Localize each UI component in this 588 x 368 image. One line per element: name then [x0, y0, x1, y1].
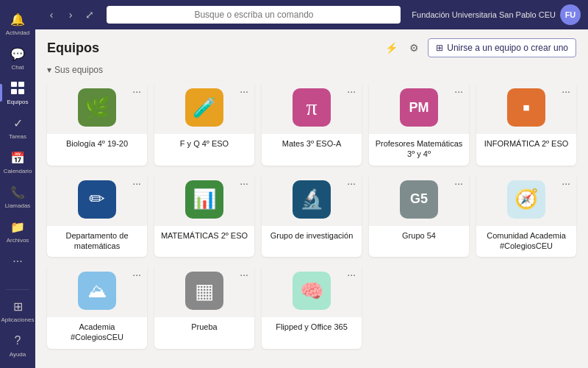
sidebar-item-tareas[interactable]: ✓ Tareas: [0, 110, 35, 144]
teams-grid: ··· 🌿 Biología 4º 19-20 ··· 🧪 F y Q 4º E…: [47, 81, 576, 349]
sidebar-divider: [6, 289, 29, 290]
team-menu-button-12[interactable]: ···: [240, 269, 248, 280]
team-card-10[interactable]: ··· 🧭 Comunidad Academia #ColegiosCEU: [476, 173, 576, 258]
team-card-8[interactable]: ··· 🔬 Grupo de investigación: [262, 173, 362, 258]
sidebar-item-ayuda[interactable]: ? Ayuda: [0, 328, 35, 362]
team-menu-button-6[interactable]: ···: [132, 177, 141, 189]
team-menu-button-1[interactable]: ···: [132, 85, 141, 97]
sidebar-item-equipos[interactable]: Equipos: [0, 75, 35, 110]
team-menu-button-4[interactable]: ···: [454, 85, 463, 97]
team-menu-button-8[interactable]: ···: [347, 177, 356, 189]
main-area: ‹ › ⤢ Fundación Universitaria San Pablo …: [35, 0, 588, 368]
team-name-7: MATEMÁTICAS 2º ESO: [154, 226, 254, 247]
team-icon-4: PM: [400, 88, 438, 127]
team-card-12[interactable]: ··· ▦ Prueba: [154, 264, 254, 349]
sidebar-label-apps: Aplicaciones: [1, 316, 35, 323]
team-icon-13: 🧠: [293, 272, 331, 310]
team-menu-button-9[interactable]: ···: [454, 177, 463, 189]
team-menu-button-11[interactable]: ···: [132, 269, 141, 280]
refresh-button[interactable]: ⤢: [81, 6, 98, 24]
forward-button[interactable]: ›: [62, 6, 79, 24]
section-arrow: ▾: [47, 65, 51, 75]
team-card-6[interactable]: ··· ✏ Departamento de matemáticas: [47, 173, 147, 258]
team-name-3: Mates 3º ESO-A: [262, 134, 362, 155]
back-button[interactable]: ‹: [43, 6, 60, 24]
team-card-9[interactable]: ··· G5 Grupo 54: [369, 173, 469, 258]
team-icon-2: 🧪: [185, 88, 223, 127]
team-card-11[interactable]: ··· ⛰ Academia #ColegiosCEU: [47, 264, 147, 349]
team-card-1[interactable]: ··· 🌿 Biología 4º 19-20: [47, 81, 147, 166]
sidebar-item-actividad[interactable]: 🔔 Actividad: [0, 6, 35, 40]
team-name-13: Flipped y Office 365: [262, 317, 362, 338]
sidebar-label-llamadas: Llamadas: [5, 202, 31, 209]
team-menu-button-5[interactable]: ···: [562, 85, 570, 97]
team-card-3[interactable]: ··· π Mates 3º ESO-A: [262, 81, 362, 166]
sidebar-label-actividad: Actividad: [6, 29, 29, 36]
team-name-12: Prueba: [154, 317, 254, 338]
tasks-icon: ✓: [9, 114, 26, 132]
sidebar-label-chat: Chat: [12, 64, 24, 71]
team-name-1: Biología 4º 19-20: [47, 134, 147, 155]
team-menu-button-7[interactable]: ···: [240, 177, 248, 189]
header-actions: ⚡ ⚙ ⊞ Unirse a un equipo o crear uno: [382, 38, 576, 57]
sidebar-label-ayuda: Ayuda: [10, 351, 26, 358]
team-icon-8: 🔬: [293, 180, 331, 219]
team-name-10: Comunidad Academia #ColegiosCEU: [476, 226, 576, 258]
team-name-6: Departamento de matemáticas: [47, 226, 147, 258]
more-icon: ···: [9, 252, 26, 270]
user-avatar[interactable]: FU: [560, 4, 581, 25]
team-menu-button-10[interactable]: ···: [562, 177, 570, 189]
sidebar-item-aplicaciones[interactable]: ⊞ Aplicaciones: [0, 293, 35, 328]
content-header: Equipos ⚡ ⚙ ⊞ Unirse a un equipo o crear…: [47, 38, 576, 57]
bell-icon: 🔔: [9, 10, 26, 28]
sidebar-label-archivos: Archivos: [7, 237, 29, 244]
team-name-8: Grupo de investigación: [262, 226, 362, 247]
team-card-4[interactable]: ··· PM Profesores Matemáticas 3º y 4º: [369, 81, 469, 166]
sidebar-item-archivos[interactable]: 📁 Archivos: [0, 213, 35, 248]
help-icon: ?: [9, 332, 26, 350]
team-icon-6: ✏: [78, 180, 116, 219]
team-icon-3: π: [293, 88, 331, 127]
team-card-7[interactable]: ··· 📊 MATEMÁTICAS 2º ESO: [154, 173, 254, 258]
team-name-11: Academia #ColegiosCEU: [47, 317, 147, 349]
sidebar-item-chat[interactable]: 💬 Chat: [0, 40, 35, 75]
nav-buttons: ‹ › ⤢: [43, 6, 98, 24]
team-name-5: INFORMÁTICA 2º ESO: [476, 134, 576, 155]
sidebar-label-calendario: Calendario: [4, 168, 32, 174]
join-team-button[interactable]: ⊞ Unirse a un equipo o crear uno: [428, 38, 576, 57]
settings-button[interactable]: ⚙: [406, 39, 422, 57]
sidebar: 🔔 Actividad 💬 Chat Equipos ✓ Tareas 📅 Ca…: [0, 0, 35, 368]
user-info: Fundación Universitaria San Pablo CEU FU: [412, 4, 581, 25]
search-input[interactable]: [107, 6, 401, 24]
chat-icon: 💬: [9, 45, 26, 63]
team-card-2[interactable]: ··· 🧪 F y Q 4º ESO: [154, 81, 254, 166]
team-icon-1: 🌿: [78, 88, 116, 127]
team-icon-5: ▪: [507, 88, 545, 127]
team-menu-button-2[interactable]: ···: [240, 85, 248, 97]
team-icon-11: ⛰: [78, 272, 116, 310]
team-card-5[interactable]: ··· ▪ INFORMÁTICA 2º ESO: [476, 81, 576, 166]
team-icon-9: G5: [400, 180, 438, 219]
team-menu-button-13[interactable]: ···: [347, 269, 356, 280]
section-label: ▾ Sus equipos: [47, 65, 576, 75]
team-icon-12: ▦: [185, 272, 223, 310]
team-icon-7: 📊: [185, 180, 223, 219]
page-title: Equipos: [47, 40, 99, 56]
section-text: Sus equipos: [54, 65, 103, 75]
team-name-4: Profesores Matemáticas 3º y 4º: [369, 134, 469, 166]
sidebar-item-calendario[interactable]: 📅 Calendario: [0, 144, 35, 179]
sidebar-label-tareas: Tareas: [9, 133, 26, 140]
topbar: ‹ › ⤢ Fundación Universitaria San Pablo …: [35, 0, 588, 29]
team-menu-button-3[interactable]: ···: [347, 85, 356, 97]
sidebar-item-more[interactable]: ···: [0, 248, 35, 275]
teams-icon: [9, 79, 26, 97]
search-bar: [107, 6, 401, 24]
sidebar-label-equipos: Equipos: [7, 99, 29, 105]
team-card-13[interactable]: ··· 🧠 Flipped y Office 365: [262, 264, 362, 349]
sidebar-item-llamadas[interactable]: 📞 Llamadas: [0, 179, 35, 213]
team-icon-10: 🧭: [507, 180, 545, 219]
join-label: Unirse a un equipo o crear uno: [447, 43, 568, 53]
filter-button[interactable]: ⚡: [382, 39, 401, 57]
team-name-2: F y Q 4º ESO: [154, 134, 254, 155]
join-icon: ⊞: [436, 43, 443, 53]
